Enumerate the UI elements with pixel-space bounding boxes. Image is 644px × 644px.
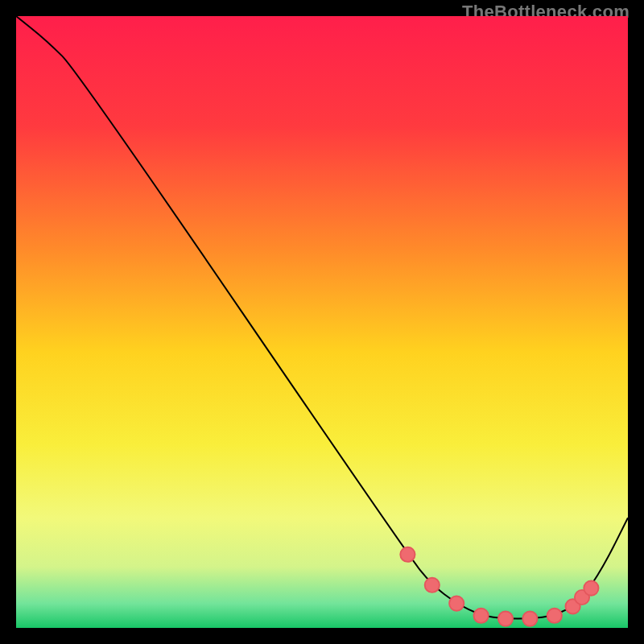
marker-dot xyxy=(449,596,464,610)
marker-dot xyxy=(473,609,488,623)
chart-stage: TheBottleneck.com xyxy=(0,0,644,644)
marker-dot xyxy=(425,578,440,592)
chart-svg xyxy=(16,16,628,628)
chart-background xyxy=(16,16,628,628)
marker-dot xyxy=(584,580,598,595)
marker-dot xyxy=(522,611,537,625)
marker-dot xyxy=(400,547,415,562)
chart-plot xyxy=(16,16,628,628)
marker-dot xyxy=(547,609,562,623)
marker-dot xyxy=(498,611,513,625)
